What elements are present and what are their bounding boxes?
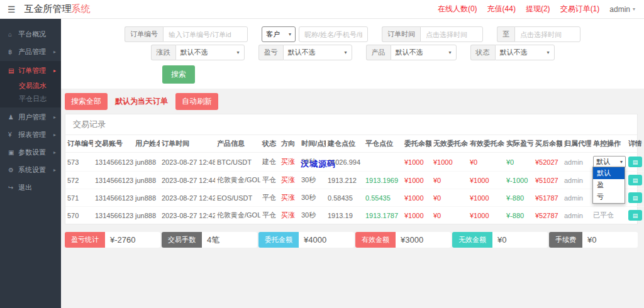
cell-user: jun888 bbox=[133, 189, 160, 207]
chevron-right-icon: ▸ bbox=[53, 150, 56, 155]
cell-time: 2023-08-27 12:48:04 bbox=[160, 153, 215, 172]
col-direction: 方向 bbox=[279, 135, 299, 153]
table-row: 570 13145661234 jun888 2023-08-27 12:42:… bbox=[65, 207, 644, 224]
col-order-no: 订单编号 bbox=[65, 135, 93, 153]
status-select[interactable]: 默认不选 ▾ bbox=[495, 45, 555, 60]
cell-direction: 买涨 bbox=[279, 189, 299, 207]
sidebar-item-products[interactable]: ฿ 产品管理 ▸ bbox=[0, 43, 61, 60]
cell-status: 建仓 bbox=[260, 153, 279, 172]
dropdown-option-lose[interactable]: 亏 bbox=[593, 191, 625, 203]
cell-order-no: 571 bbox=[65, 189, 93, 207]
dropdown-option-default[interactable]: 默认 bbox=[593, 167, 625, 179]
detail-icon: ▤ bbox=[633, 177, 638, 184]
title-accent: 系统 bbox=[72, 3, 91, 14]
product-value: 默认不选 bbox=[396, 48, 423, 57]
detail-button[interactable]: ▤ bbox=[628, 192, 642, 203]
col-user: 用户姓名 bbox=[133, 135, 160, 153]
col-control: 单控操作 bbox=[591, 135, 626, 153]
product-select[interactable]: 默认不选 ▾ bbox=[391, 45, 457, 60]
col-invalid-entrust: 无效委托余额 bbox=[431, 135, 468, 153]
cell-profit: ¥-1000 bbox=[504, 172, 533, 189]
summary-label: 无效金额 bbox=[452, 232, 492, 248]
title-main: 互金所管理 bbox=[25, 3, 72, 14]
detail-icon: ▤ bbox=[633, 195, 638, 201]
detail-button[interactable]: ▤ bbox=[628, 175, 642, 185]
sidebar-item-parameters[interactable]: ▣ 参数设置 ▸ bbox=[0, 143, 61, 161]
product-filter: 产品 默认不选 ▾ bbox=[366, 45, 457, 60]
cell-agent: admin bbox=[562, 172, 591, 189]
customer-input[interactable] bbox=[299, 26, 368, 42]
summary-label: 手续费 bbox=[549, 232, 582, 248]
updown-label: 涨跌 bbox=[151, 45, 175, 60]
cell-account: 13145661234 bbox=[93, 207, 133, 224]
report-icon: ¥ bbox=[8, 131, 18, 138]
withdraw-link[interactable]: 提现(2) bbox=[526, 4, 550, 14]
sidebar-item-users[interactable]: ♟ 用户管理 ▸ bbox=[0, 108, 61, 126]
updown-filter: 涨跌 默认不选 ▾ bbox=[151, 45, 245, 60]
admin-user-menu[interactable]: admin ▾ bbox=[609, 5, 635, 14]
cell-close-point bbox=[364, 153, 402, 172]
summary-value: ¥-2760 bbox=[105, 232, 160, 248]
search-button[interactable]: 搜索 bbox=[162, 65, 195, 84]
sidebar-subitem-label: 交易流水 bbox=[19, 81, 47, 91]
order-no-label: 订单编号 bbox=[125, 26, 163, 42]
status-label: 状态 bbox=[470, 45, 495, 60]
time-from-input[interactable] bbox=[420, 26, 483, 42]
sidebar-item-orders[interactable]: ▤ 订单管理 ▸ bbox=[0, 62, 61, 79]
profit-loss-select[interactable]: 默认不选 ▾ bbox=[283, 45, 352, 60]
cell-direction: 买涨 bbox=[279, 153, 299, 172]
chevron-right-icon: ▸ bbox=[53, 132, 56, 138]
chevron-down-icon: ▾ bbox=[344, 50, 347, 55]
cell-detail: ▤ bbox=[626, 207, 644, 224]
cell-detail: ▤ bbox=[626, 189, 644, 207]
sidebar-item-reports[interactable]: ¥ 报表管理 ▸ bbox=[0, 126, 61, 143]
cell-valid-entrust: ¥1000 bbox=[468, 172, 504, 189]
summary-label: 交易手数 bbox=[162, 232, 202, 248]
summary-profit-stat: 盈亏统计 ¥-2760 bbox=[65, 232, 160, 248]
chevron-down-icon: ▾ bbox=[633, 6, 635, 12]
cell-detail: ▤ bbox=[626, 172, 644, 189]
order-time-filter: 订单时间 bbox=[382, 26, 483, 42]
auto-refresh-button[interactable]: 自动刷新 bbox=[175, 93, 218, 110]
to-label: 至 bbox=[497, 26, 514, 42]
online-users-link[interactable]: 在线人数(0) bbox=[438, 4, 477, 14]
cell-account: 13145661234 bbox=[93, 153, 133, 172]
cell-invalid-entrust: ¥0 bbox=[431, 172, 468, 189]
chevron-right-icon: ▸ bbox=[53, 49, 56, 55]
dropdown-option-win[interactable]: 盈 bbox=[593, 179, 625, 191]
customer-type-select[interactable]: 客户 ▾ bbox=[262, 26, 296, 42]
menu-icon[interactable]: ☰ bbox=[8, 4, 16, 14]
recharge-link[interactable]: 充值(44) bbox=[487, 4, 516, 14]
search-all-button[interactable]: 搜索全部 bbox=[65, 93, 108, 110]
gear-icon: ⚙ bbox=[8, 167, 18, 173]
sidebar-item-logout[interactable]: ↪ 退出 bbox=[0, 179, 61, 196]
order-no-input[interactable] bbox=[163, 26, 248, 42]
col-time: 订单时间 bbox=[160, 135, 215, 153]
sidebar-item-system[interactable]: ⚙ 系统设置 ▸ bbox=[0, 161, 61, 179]
cell-time: 2023-08-27 12:42:03 bbox=[160, 207, 215, 224]
col-close-point: 平仓点位 bbox=[364, 135, 402, 153]
time-to-input[interactable] bbox=[514, 26, 580, 42]
order-time-label: 订单时间 bbox=[382, 26, 420, 42]
profit-loss-filter: 盈亏 默认不选 ▾ bbox=[258, 45, 352, 60]
control-select-value: 默认 bbox=[596, 157, 610, 167]
cell-detail: ▤ bbox=[626, 153, 644, 172]
admin-user-label: admin bbox=[609, 5, 630, 14]
cell-control: 默认 ▾ 默认 盈 亏 bbox=[591, 153, 626, 172]
logout-icon: ↪ bbox=[8, 184, 18, 191]
cell-account: 13145661234 bbox=[93, 189, 133, 207]
product-label: 产品 bbox=[366, 45, 391, 60]
trade-orders-link[interactable]: 交易订单(1) bbox=[560, 4, 600, 14]
detail-button[interactable]: ▤ bbox=[628, 157, 642, 167]
col-status: 状态 bbox=[260, 135, 279, 153]
sidebar-item-close-log[interactable]: 平仓日志 bbox=[0, 92, 61, 106]
cell-status: 平仓 bbox=[260, 207, 279, 224]
sidebar-item-overview[interactable]: ⌂ 平台概况 bbox=[0, 25, 61, 43]
table-header-row: 订单编号 交易账号 用户姓名 订单时间 产品信息 状态 方向 时间/点数 建仓点… bbox=[65, 135, 644, 153]
table-row: 571 13145661234 jun888 2023-08-27 12:42:… bbox=[65, 189, 644, 207]
sidebar-item-label: 用户管理 bbox=[18, 113, 53, 122]
detail-button[interactable]: ▤ bbox=[628, 210, 642, 221]
chevron-right-icon: ▸ bbox=[53, 114, 56, 120]
updown-select[interactable]: 默认不选 ▾ bbox=[175, 45, 245, 60]
sidebar-item-trade-flow[interactable]: 交易流水 bbox=[0, 79, 61, 92]
